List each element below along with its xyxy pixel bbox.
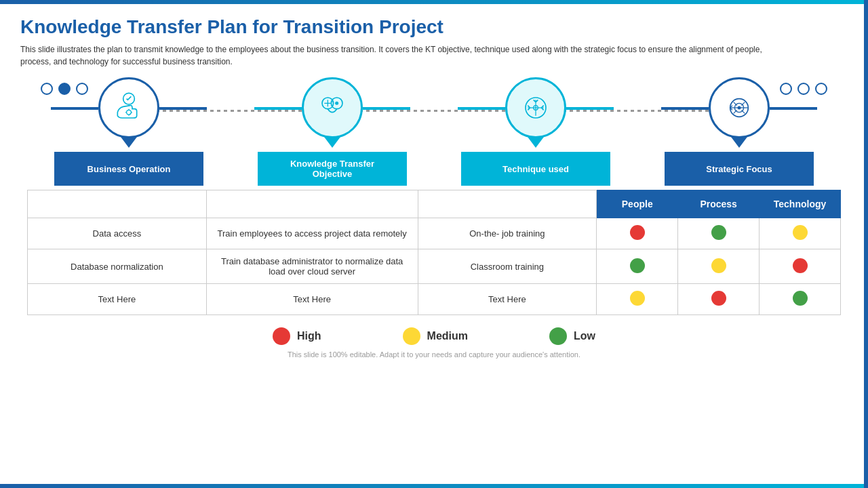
row2-bo: Database normalization [28,249,207,284]
row2-tech: Classroom training [418,249,597,284]
dot-red [793,258,808,273]
dot-yellow [630,291,645,306]
row3-kt: Text Here [206,284,418,315]
table-row: Text Here Text Here Text Here [28,284,841,315]
kt-icon-svg [315,91,349,125]
row1-people [597,218,678,249]
legend-section: High Medium Low [20,327,848,345]
sf-icon-svg [722,91,756,125]
tech-icon-svg [519,91,553,125]
hl-tech-left [458,107,505,110]
right-bar [864,0,868,488]
row3-people [597,284,678,315]
hl-sf-right [770,107,817,110]
dot-green [711,225,726,240]
slide-title: Knowledge Transfer Plan for Transition P… [20,16,848,38]
row2-kt: Train database administrator to normaliz… [206,249,418,284]
circle-2 [58,83,71,95]
tech-icon-wrapper [505,77,566,148]
circle-r1 [780,83,792,95]
kt-icon-circle [302,77,363,138]
bo-header-box: Business Operation [54,152,203,186]
legend-medium: Medium [403,327,468,345]
col-technique: Technique used [434,77,637,186]
bottom-accent [0,484,868,488]
hl-kt-left [254,107,302,110]
col-kt: Knowledge Transfer Objective [231,77,434,186]
bo-pointer [121,137,137,148]
row1-tech: On-the- job training [418,218,597,249]
th-kt [206,190,418,218]
tech-pointer [528,137,544,148]
legend-high: High [273,327,321,345]
row2-people [597,249,678,284]
hl-bo-left [51,107,98,110]
slide-subtitle: This slide illustrates the plan to trans… [20,43,766,68]
sf-header-box: Strategic Focus [665,152,814,186]
row3-bo: Text Here [28,284,207,315]
circle-r2 [797,83,810,95]
row3-tech: Text Here [418,284,597,315]
bo-icon-circle [98,77,159,138]
kt-icon-wrapper [302,77,363,148]
row1-kt: Train employees to access project data r… [206,218,418,249]
legend-label-high: High [297,330,321,342]
row1-bo: Data access [28,218,207,249]
legend-low: Low [549,327,595,345]
circle-r3 [815,83,827,95]
main-table-area: People Process Technology Data access Tr… [27,190,841,315]
dot-green [793,291,808,306]
hl-tech-right [566,107,614,110]
th-people: People [597,190,678,218]
dot-yellow [711,258,726,273]
timeline-section: Business Operation Knowledge Tra [20,77,848,186]
dot-yellow [793,225,808,240]
tech-header-box: Technique used [461,152,610,186]
kt-pointer [324,137,340,148]
th-technology: Technology [760,190,841,218]
row1-technology [760,218,841,249]
legend-dot-low [549,327,567,345]
circle-3 [76,83,88,95]
main-table: People Process Technology Data access Tr… [27,190,841,315]
legend-label-medium: Medium [427,330,468,342]
table-header-row: People Process Technology [28,190,841,218]
hl-bo-right [159,107,207,110]
table-row: Database normalization Train database ad… [28,249,841,284]
row2-process [678,249,760,284]
hl-kt-right [363,107,410,110]
sf-icon-circle [709,77,770,138]
hl-sf-left [661,107,709,110]
th-process: Process [678,190,760,218]
bo-icon-svg [112,91,146,125]
footer-text: This slide is 100% editable. Adapt it to… [20,350,848,359]
dot-green [630,258,645,273]
tech-icon-circle [505,77,566,138]
svg-point-4 [335,102,338,105]
legend-label-low: Low [574,330,595,342]
sf-icon-wrapper [709,77,770,148]
circle-1 [41,83,53,95]
svg-point-1 [127,110,132,115]
right-circles [780,83,827,95]
row3-process [678,284,760,315]
th-bo [28,190,207,218]
kt-header-box: Knowledge Transfer Objective [258,152,407,186]
left-circles [41,83,88,95]
legend-dot-medium [403,327,420,345]
row1-process [678,218,760,249]
sf-pointer [731,137,747,148]
bo-icon-wrapper [98,77,159,148]
row3-technology [760,284,841,315]
table-row: Data access Train employees to access pr… [28,218,841,249]
row2-technology [760,249,841,284]
legend-dot-high [273,327,290,345]
dot-red [630,225,645,240]
timeline-connector [102,110,766,112]
th-tech [418,190,597,218]
dot-red [711,291,726,306]
